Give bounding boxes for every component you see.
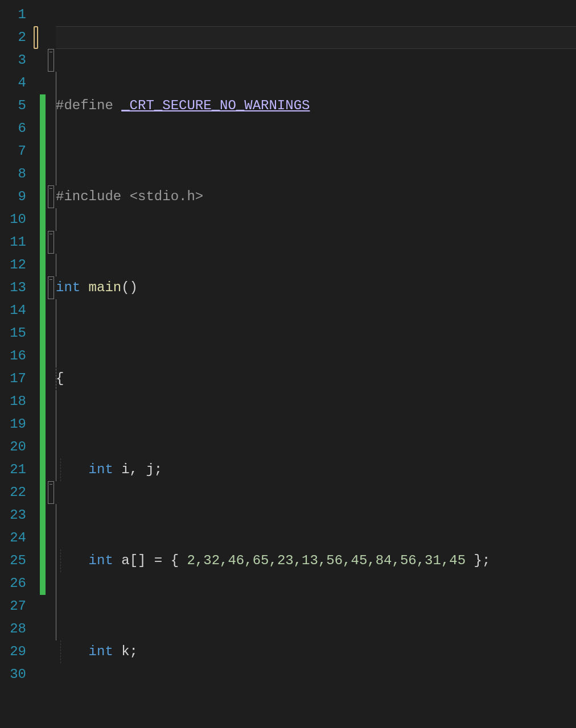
change-marker — [40, 208, 46, 231]
change-marker — [40, 163, 46, 185]
change-marker — [40, 276, 46, 299]
line-number: 28 — [0, 618, 26, 640]
line-number: 16 — [0, 345, 26, 367]
line-number: 30 — [0, 663, 26, 686]
line-number: 8 — [0, 163, 26, 185]
line-number: 18 — [0, 390, 26, 413]
line-number: 13 — [0, 276, 26, 299]
token-type: int — [89, 553, 122, 568]
line-number: 5 — [0, 94, 26, 117]
change-marker — [40, 549, 46, 572]
change-marker — [40, 367, 46, 390]
code-area[interactable]: #define _CRT_SECURE_NO_WARNINGS #include… — [56, 0, 576, 728]
fold-toggle-icon[interactable] — [48, 49, 54, 72]
change-marker — [40, 390, 46, 413]
code-line[interactable]: { — [56, 367, 576, 390]
change-marker — [40, 345, 46, 367]
change-marker — [40, 94, 46, 117]
line-number: 27 — [0, 595, 26, 618]
token-header: <stdio.h> — [130, 189, 204, 204]
bookmark-icon — [34, 26, 38, 49]
change-marker — [40, 436, 46, 458]
token-number: 2,32,46,65,23,13,56,45,84,56,31,45 — [187, 553, 466, 568]
line-number: 19 — [0, 413, 26, 436]
change-marker — [40, 231, 46, 254]
token-var: a — [121, 553, 129, 568]
token-macro: _CRT_SECURE_NO_WARNINGS — [121, 98, 310, 113]
current-line-highlight — [56, 26, 576, 49]
code-line[interactable]: #include <stdio.h> — [56, 185, 576, 208]
code-line[interactable]: int main() — [56, 276, 576, 299]
line-number: 17 — [0, 367, 26, 390]
token-type: int — [89, 644, 122, 659]
token-var: k; — [121, 644, 138, 659]
line-number: 12 — [0, 254, 26, 276]
code-editor[interactable]: 1234567891011121314151617181920212223242… — [0, 0, 576, 728]
change-margin — [40, 0, 46, 728]
token-preproc: #define — [56, 98, 121, 113]
code-line[interactable]: int i, j; — [56, 458, 576, 481]
change-marker — [40, 299, 46, 322]
line-number: 7 — [0, 140, 26, 163]
line-number: 2 — [0, 26, 26, 49]
line-number: 3 — [0, 49, 26, 72]
line-number: 1 — [0, 3, 26, 26]
change-marker — [40, 254, 46, 276]
change-marker — [40, 140, 46, 163]
line-number: 11 — [0, 231, 26, 254]
change-marker — [40, 572, 46, 595]
change-marker — [40, 413, 46, 436]
line-number: 22 — [0, 481, 26, 504]
change-marker — [40, 504, 46, 527]
line-number: 20 — [0, 436, 26, 458]
token-function: main — [89, 280, 122, 295]
change-marker — [40, 527, 46, 549]
change-marker — [40, 185, 46, 208]
line-number: 26 — [0, 572, 26, 595]
token-brace: { — [56, 371, 64, 386]
line-number: 4 — [0, 72, 26, 94]
line-number: 21 — [0, 458, 26, 481]
fold-toggle-icon[interactable] — [48, 185, 54, 208]
line-number: 23 — [0, 504, 26, 527]
token-punct: [] = { — [130, 553, 187, 568]
token-punct: }; — [466, 553, 490, 568]
line-number-gutter: 1234567891011121314151617181920212223242… — [0, 0, 32, 728]
line-number: 15 — [0, 322, 26, 345]
line-number: 29 — [0, 640, 26, 663]
line-number: 6 — [0, 117, 26, 140]
line-number: 14 — [0, 299, 26, 322]
code-line[interactable]: int a[] = { 2,32,46,65,23,13,56,45,84,56… — [56, 549, 576, 572]
token-var: i, j; — [121, 462, 162, 477]
fold-toggle-icon[interactable] — [48, 481, 54, 504]
token-type: int — [56, 280, 89, 295]
code-line[interactable]: #define _CRT_SECURE_NO_WARNINGS — [56, 94, 576, 117]
line-number: 24 — [0, 527, 26, 549]
token-type: int — [89, 462, 122, 477]
line-number: 9 — [0, 185, 26, 208]
change-marker — [40, 117, 46, 140]
line-number: 25 — [0, 549, 26, 572]
token-preproc: #include — [56, 189, 130, 204]
change-marker — [40, 322, 46, 345]
fold-toggle-icon[interactable] — [48, 276, 54, 299]
fold-margin[interactable] — [46, 0, 56, 728]
line-number: 10 — [0, 208, 26, 231]
bookmark-margin — [32, 0, 40, 728]
code-line[interactable]: int k; — [56, 640, 576, 663]
change-marker — [40, 458, 46, 481]
change-marker — [40, 481, 46, 504]
token-punct: () — [121, 280, 138, 295]
fold-toggle-icon[interactable] — [48, 231, 54, 254]
